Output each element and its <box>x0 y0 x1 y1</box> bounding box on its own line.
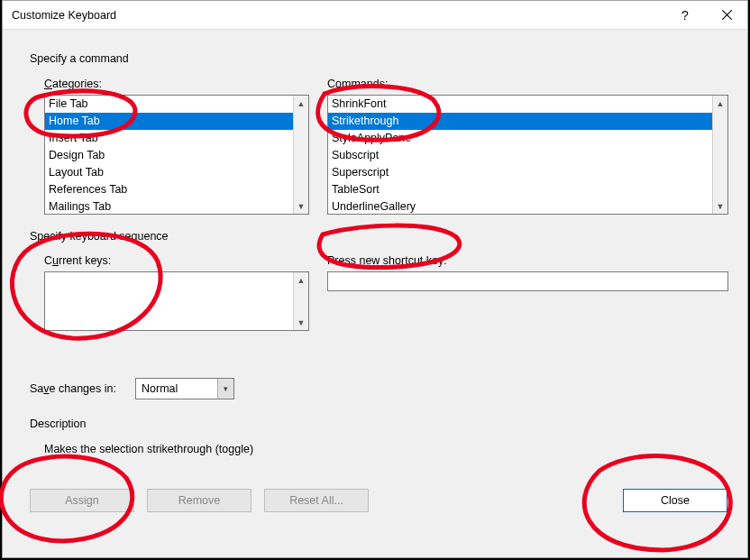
list-item[interactable]: Subscript <box>328 147 727 164</box>
press-new-shortcut-input[interactable] <box>327 271 728 291</box>
list-item[interactable]: Design Tab <box>45 147 308 164</box>
categories-listbox[interactable]: ▲ ▼ File Tab Home Tab Insert Tab Design … <box>44 95 309 215</box>
current-keys-scrollbar[interactable]: ▲ ▼ <box>293 272 308 330</box>
close-button[interactable]: Close <box>623 489 727 512</box>
remove-button: Remove <box>147 489 252 512</box>
list-item[interactable]: File Tab <box>45 96 308 113</box>
assign-button: Assign <box>30 489 134 512</box>
scroll-up-icon[interactable]: ▲ <box>294 96 308 111</box>
dialog-title: Customize Keyboard <box>12 9 116 22</box>
list-item[interactable]: Layout Tab <box>45 164 308 181</box>
label-save-changes-in: Save changes in:Save changes in: <box>30 382 116 395</box>
commands-listbox[interactable]: ▲ ▼ ShrinkFont Strikethrough StyleApplyP… <box>327 95 728 215</box>
label-categories: CCategories:ategories: <box>44 78 102 90</box>
reset-all-button[interactable]: Reset All... <box>264 489 369 512</box>
section-keyboard-sequence: Specify keyboard sequence <box>30 230 169 243</box>
close-icon[interactable] <box>706 1 747 29</box>
scroll-up-icon[interactable]: ▲ <box>713 96 727 111</box>
current-keys-listbox[interactable]: ▲ ▼ <box>44 271 309 331</box>
list-item[interactable]: Strikethrough <box>328 113 727 130</box>
list-item[interactable]: ShrinkFont <box>328 96 727 113</box>
label-commands: Commands:Commands: <box>327 78 388 90</box>
label-current-keys: Current keys:Current keys: <box>44 254 111 267</box>
list-item[interactable]: StyleApplyPane <box>328 130 727 147</box>
scroll-down-icon[interactable]: ▼ <box>294 198 308 214</box>
titlebar: Customize Keyboard ? <box>3 1 747 30</box>
save-changes-value: Normal <box>142 382 178 395</box>
list-item[interactable]: Home Tab <box>45 113 308 130</box>
customize-keyboard-dialog: Customize Keyboard ? Specify a command C… <box>2 0 748 558</box>
scroll-down-icon[interactable]: ▼ <box>713 198 727 214</box>
list-item[interactable]: References Tab <box>45 181 308 198</box>
list-item[interactable]: TableSort <box>328 181 727 198</box>
description-text: Makes the selection strikethrough (toggl… <box>44 443 253 455</box>
scroll-down-icon[interactable]: ▼ <box>294 315 308 330</box>
commands-scrollbar[interactable]: ▲ ▼ <box>712 96 727 214</box>
list-item[interactable]: Insert Tab <box>45 130 308 147</box>
categories-scrollbar[interactable]: ▲ ▼ <box>293 96 308 214</box>
save-changes-dropdown[interactable]: Normal ▾ <box>135 378 234 399</box>
list-item[interactable]: UnderlineGallery <box>328 198 727 215</box>
scroll-up-icon[interactable]: ▲ <box>294 272 308 288</box>
help-button[interactable]: ? <box>664 1 706 29</box>
list-item[interactable]: Mailings Tab <box>45 198 308 215</box>
section-specify-command: Specify a command <box>30 52 129 65</box>
label-press-new: Press new shortcut key:Press new shortcu… <box>327 254 447 267</box>
list-item[interactable]: Superscript <box>328 164 727 181</box>
chevron-down-icon[interactable]: ▾ <box>217 379 233 399</box>
section-description: Description <box>30 418 87 430</box>
